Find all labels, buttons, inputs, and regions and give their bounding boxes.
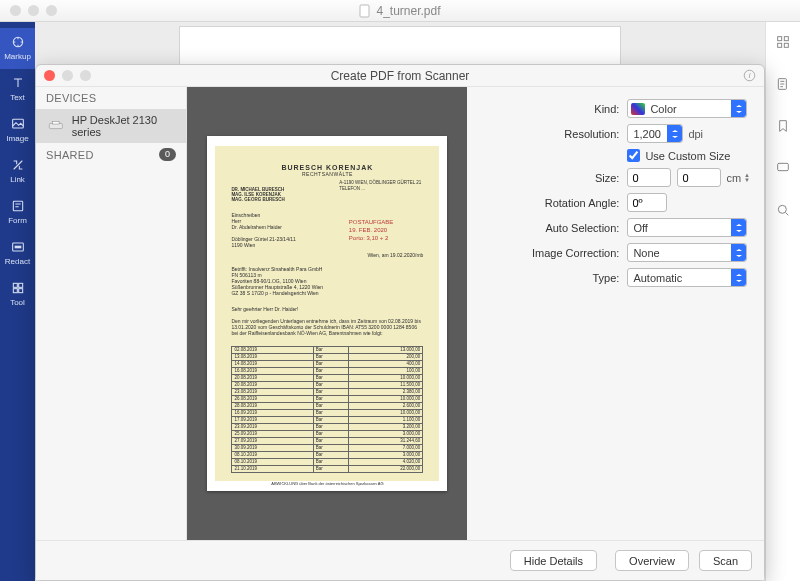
- window-traffic-lights[interactable]: [10, 5, 57, 16]
- close-icon[interactable]: [44, 70, 55, 81]
- scan-settings: Kind: Color Resolution: 1,200 dpi: [467, 87, 764, 540]
- form-icon: [10, 198, 26, 214]
- table-row: 16.09.2019Bar10.000,00: [232, 410, 423, 417]
- rail-image[interactable]: Image: [0, 110, 35, 151]
- search-icon[interactable]: [775, 202, 791, 218]
- scan-page[interactable]: BURESCH KORENJAK RECHTSANWÄLTE A-1190 WI…: [207, 136, 447, 491]
- type-label: Type:: [467, 272, 627, 284]
- resolution-unit: dpi: [688, 128, 703, 140]
- table-row: 13.08.2019Bar200,00: [232, 354, 423, 361]
- table-row: 26.08.2019Bar10.000,00: [232, 396, 423, 403]
- custom-size-checkbox[interactable]: Use Custom Size: [627, 149, 750, 162]
- auto-selection-select[interactable]: Off: [627, 218, 747, 237]
- scanned-document: BURESCH KORENJAK RECHTSANWÄLTE A-1190 WI…: [215, 146, 439, 481]
- svg-rect-10: [778, 37, 782, 41]
- image-correction-label: Image Correction:: [467, 247, 627, 259]
- overview-button[interactable]: Overview: [615, 550, 689, 571]
- rail-markup[interactable]: Markup: [0, 28, 35, 69]
- image-correction-value: None: [628, 247, 731, 259]
- devices-header-label: DEVICES: [46, 92, 96, 104]
- custom-size-label: Use Custom Size: [645, 150, 730, 162]
- minimize-icon[interactable]: [62, 70, 73, 81]
- type-select[interactable]: Automatic: [627, 268, 747, 287]
- table-row: 14.08.2019Bar400,00: [232, 361, 423, 368]
- type-value: Automatic: [628, 272, 731, 284]
- rotation-label: Rotation Angle:: [467, 197, 627, 209]
- dialog-traffic-lights[interactable]: [44, 70, 91, 81]
- table-row: 23.08.2019Bar2.380,00: [232, 389, 423, 396]
- grid-icon[interactable]: [775, 34, 791, 50]
- rail-label: Image: [6, 134, 28, 143]
- close-icon[interactable]: [10, 5, 21, 16]
- doc-firm: BURESCH KORENJAK: [231, 164, 423, 171]
- custom-size-input[interactable]: [627, 149, 640, 162]
- zoom-icon[interactable]: [80, 70, 91, 81]
- annotations-icon[interactable]: [775, 160, 791, 176]
- svg-rect-20: [53, 121, 60, 124]
- color-swatch-icon: [631, 103, 645, 115]
- postage-stamp: POSTAUFGABE 19. FEB. 2020 Porto: 3,10 + …: [349, 218, 394, 242]
- device-row[interactable]: HP DeskJet 2130 series: [36, 109, 186, 143]
- rail-label: Redact: [5, 257, 30, 266]
- auto-selection-label: Auto Selection:: [467, 222, 627, 234]
- table-row: 17.09.2019Bar1.100,00: [232, 417, 423, 424]
- rail-redact[interactable]: Redact: [0, 233, 35, 274]
- rail-label: Form: [8, 216, 27, 225]
- rail-tool[interactable]: Tool: [0, 274, 35, 315]
- svg-rect-12: [778, 43, 782, 47]
- svg-point-16: [778, 205, 786, 213]
- text-icon: [10, 75, 26, 91]
- device-name: HP DeskJet 2130 series: [72, 114, 175, 138]
- resolution-select[interactable]: 1,200: [627, 124, 683, 143]
- doc-intro: Den mir vorliegenden Unterlagen entnehme…: [231, 318, 423, 336]
- svg-rect-15: [778, 163, 789, 170]
- right-rail: [765, 22, 800, 581]
- table-row: 20.08.2019Bar10.000,00: [232, 375, 423, 382]
- doc-right-addr: A-1190 WIEN, DÖBLINGER GÜRTEL 21 TELEFON…: [339, 180, 421, 192]
- table-row: 23.09.2019Bar3.200,00: [232, 424, 423, 431]
- printer-icon: [48, 120, 64, 132]
- svg-rect-5: [14, 246, 21, 249]
- markup-icon: [10, 34, 26, 50]
- kind-label: Kind:: [467, 103, 627, 115]
- table-row: 30.09.2019Bar7.000,00: [232, 445, 423, 452]
- size-height-input[interactable]: [677, 168, 721, 187]
- size-width-input[interactable]: [627, 168, 671, 187]
- hide-details-button[interactable]: Hide Details: [510, 550, 597, 571]
- redact-icon: [10, 239, 26, 255]
- minimize-icon[interactable]: [28, 5, 39, 16]
- bookmark-icon[interactable]: [775, 118, 791, 134]
- kind-select[interactable]: Color: [627, 99, 747, 118]
- device-pane: DEVICES HP DeskJet 2130 series SHARED 0: [36, 87, 187, 540]
- rail-label: Link: [10, 175, 25, 184]
- svg-rect-0: [360, 5, 369, 17]
- doc-table: 02.08.2019Bar13.000,0013.08.2019Bar200,0…: [231, 346, 423, 473]
- zoom-icon[interactable]: [46, 5, 57, 16]
- dialog-title: Create PDF from Scanner: [331, 69, 470, 83]
- dropdown-arrow-icon: [731, 244, 746, 261]
- rail-form[interactable]: Form: [0, 192, 35, 233]
- rotation-input[interactable]: [627, 193, 667, 212]
- resolution-label: Resolution:: [467, 128, 627, 140]
- image-correction-select[interactable]: None: [627, 243, 747, 262]
- window-title: 4_turner.pdf: [376, 4, 440, 18]
- info-icon[interactable]: i: [743, 69, 756, 82]
- doc-addr: Einschreiben Herr Dr. Abdelrahem Haider …: [231, 212, 423, 248]
- dropdown-arrow-icon: [731, 100, 746, 117]
- rail-text[interactable]: Text: [0, 69, 35, 110]
- image-icon: [10, 116, 26, 132]
- unit-stepper[interactable]: ▲▼: [744, 173, 750, 183]
- document-icon: [359, 5, 371, 17]
- doc-city-date: Wien, am 19.02.2020/mb: [231, 252, 423, 258]
- table-row: 02.08.2019Bar13.000,00: [232, 347, 423, 354]
- rail-link[interactable]: Link: [0, 151, 35, 192]
- doc-greeting: Sehr geehrter Herr Dr. Haider!: [231, 306, 423, 312]
- left-toolbar: Markup Text Image Link Form Redact Tool: [0, 22, 35, 581]
- table-row: 21.10.2019Bar22.000,00: [232, 466, 423, 473]
- dropdown-arrow-icon: [667, 125, 682, 142]
- scan-button[interactable]: Scan: [699, 550, 752, 571]
- dropdown-arrow-icon: [731, 269, 746, 286]
- outline-icon[interactable]: [775, 76, 791, 92]
- svg-rect-13: [784, 43, 788, 47]
- svg-rect-7: [18, 283, 22, 287]
